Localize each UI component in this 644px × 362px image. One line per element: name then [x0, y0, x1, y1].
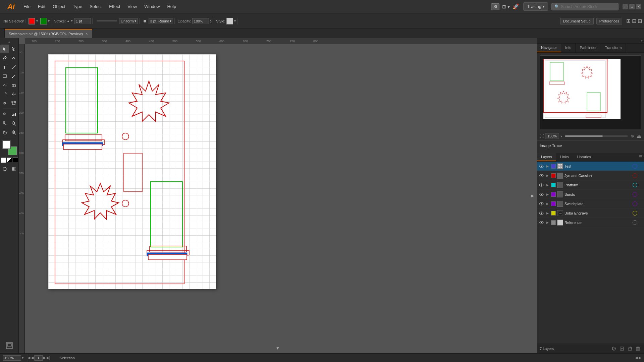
gradient-tool-btn[interactable] [10, 165, 18, 173]
warp-tool[interactable] [0, 99, 9, 108]
tab-navigator[interactable]: Navigator [537, 44, 561, 52]
more-options-btn[interactable]: › [210, 18, 212, 24]
status-zoom-dropdown[interactable]: ▾ [22, 356, 24, 360]
direct-selection-tool[interactable] [9, 45, 18, 53]
tab-info[interactable]: Info [561, 44, 576, 52]
line-style-dropdown[interactable]: Uniform ▾ [119, 18, 138, 24]
layers-tab-layers[interactable]: Layers [537, 153, 556, 161]
layer-expand-boba[interactable]: ▶ [545, 211, 550, 216]
layer-row-reference[interactable]: ▶ Reference [537, 218, 644, 227]
zoom-value[interactable]: 150% [545, 133, 559, 139]
new-sublayer-btn[interactable] [619, 345, 625, 352]
layer-target-test[interactable] [633, 164, 637, 169]
zoom-out-icon[interactable]: ⛶ [540, 134, 544, 138]
grid-icon[interactable]: ⊞ [626, 18, 631, 24]
menu-type[interactable]: Type [69, 3, 86, 10]
layer-eye-switchplate[interactable] [538, 201, 544, 207]
search-input[interactable] [561, 4, 614, 9]
layer-expand-jyn[interactable]: ▶ [545, 173, 550, 178]
preferences-button[interactable]: Preferences [596, 18, 622, 24]
hand-tool[interactable] [0, 128, 9, 137]
menu-help[interactable]: Help [164, 3, 179, 10]
page-number-input[interactable] [34, 355, 43, 361]
status-zoom-input[interactable] [3, 355, 21, 361]
layer-eye-jyn[interactable] [538, 173, 544, 179]
rocket-icon[interactable]: 🚀 [513, 3, 519, 10]
zoom-in-icon[interactable]: ⊕ [631, 134, 634, 138]
first-page-btn[interactable]: |◀ [26, 356, 30, 360]
symbol-sprayer-tool[interactable] [0, 110, 9, 119]
tab-scroll-left[interactable] [0, 29, 5, 38]
delete-layer-btn[interactable] [635, 345, 641, 352]
layer-expand-reference[interactable]: ▶ [545, 220, 550, 225]
layer-eye-reference[interactable] [538, 220, 544, 226]
status-right-arrows[interactable]: ◀ ▶ [635, 356, 641, 360]
close-button[interactable]: ✕ [636, 4, 641, 9]
slice-tool[interactable] [0, 119, 9, 128]
layer-eye-boba[interactable] [538, 210, 544, 216]
menu-select[interactable]: Select [86, 3, 105, 10]
menu-view[interactable]: View [124, 3, 140, 10]
zoom-dropdown-icon[interactable]: ▾ [560, 134, 562, 138]
brush-size-dropdown[interactable]: 3 pt. Round ▾ [149, 18, 173, 24]
layer-target-platform[interactable] [633, 183, 637, 187]
tab-transform[interactable]: Transform [601, 44, 626, 52]
menu-window[interactable]: Window [141, 3, 163, 10]
layer-target-boba[interactable] [633, 211, 637, 216]
bar-chart-tool[interactable] [9, 110, 18, 119]
layer-row-bursts[interactable]: ▶ Bursts [537, 190, 644, 199]
menu-effect[interactable]: Effect [106, 3, 123, 10]
layer-expand-bursts[interactable]: ▶ [545, 192, 550, 197]
layer-target-switchplate[interactable] [633, 201, 637, 206]
style-swatch[interactable] [226, 18, 233, 24]
stroke-swatch[interactable] [40, 18, 47, 24]
new-layer-btn[interactable] [627, 345, 633, 352]
rectangle-tool[interactable] [0, 72, 9, 80]
color-mode-btn[interactable] [0, 165, 9, 173]
layer-row-switchplate[interactable]: ▶ Switchplate [537, 199, 644, 208]
layer-eye-test[interactable] [538, 163, 544, 169]
fill-swatch[interactable] [29, 18, 35, 24]
layer-expand-test[interactable]: ▶ [545, 164, 550, 169]
document-tab-switchplate[interactable]: Switchplate.ai* @ 150% (RGB/GPU Preview)… [5, 29, 92, 38]
panel-collapse-left[interactable]: « [7, 40, 12, 44]
layer-eye-platform[interactable] [538, 182, 544, 188]
layer-eye-bursts[interactable] [538, 191, 544, 197]
selection-tool[interactable] [0, 45, 9, 53]
opacity-input[interactable] [192, 18, 209, 24]
tab-close-button[interactable]: × [86, 32, 88, 36]
workspace-icon[interactable]: ⊞ ▾ [502, 4, 510, 9]
zoom-tool[interactable] [9, 128, 18, 137]
artboard-btn[interactable] [4, 340, 15, 352]
prev-page-btn[interactable]: ◀ [31, 356, 34, 360]
st-icon[interactable]: St [491, 3, 499, 10]
stroke-up[interactable]: ▲ [67, 19, 69, 22]
distribute-icon[interactable]: ⊞ [638, 18, 642, 24]
fill-dropdown[interactable]: ▾ [36, 19, 38, 23]
layer-row-platform[interactable]: ▶ Platform [537, 180, 644, 190]
layers-tab-libraries[interactable]: Libraries [573, 153, 595, 161]
layer-expand-platform[interactable]: ▶ [545, 183, 550, 187]
last-page-btn[interactable]: ▶| [47, 356, 50, 360]
zoom-slider[interactable] [565, 135, 628, 137]
menu-edit[interactable]: Edit [35, 3, 49, 10]
fill-color-swatch[interactable] [2, 140, 11, 149]
type-tool[interactable]: T [0, 63, 9, 71]
layer-row-test[interactable]: ▶ Test [537, 162, 644, 171]
status-zoom-control[interactable]: ▾ [3, 355, 24, 361]
smooth-tool[interactable] [0, 81, 9, 89]
pen-tool[interactable] [0, 54, 9, 62]
tab-pathfinder[interactable]: Pathfinder [576, 44, 601, 52]
line-tool[interactable] [9, 63, 18, 71]
canvas-scroll-area[interactable] [25, 44, 537, 353]
menu-file[interactable]: File [20, 3, 34, 10]
mountain-icon[interactable]: ⛰ [637, 133, 641, 139]
none-fill-indicator[interactable] [7, 158, 12, 163]
scroll-down-btn[interactable]: ▼ [276, 346, 280, 351]
maximize-button[interactable]: □ [629, 4, 635, 9]
locate-element-btn[interactable] [610, 345, 617, 352]
next-page-btn[interactable]: ▶ [43, 356, 46, 360]
layers-panel-menu-btn[interactable]: ☰ [638, 153, 644, 161]
reflect-tool[interactable] [9, 90, 18, 99]
layer-target-bursts[interactable] [633, 192, 637, 197]
